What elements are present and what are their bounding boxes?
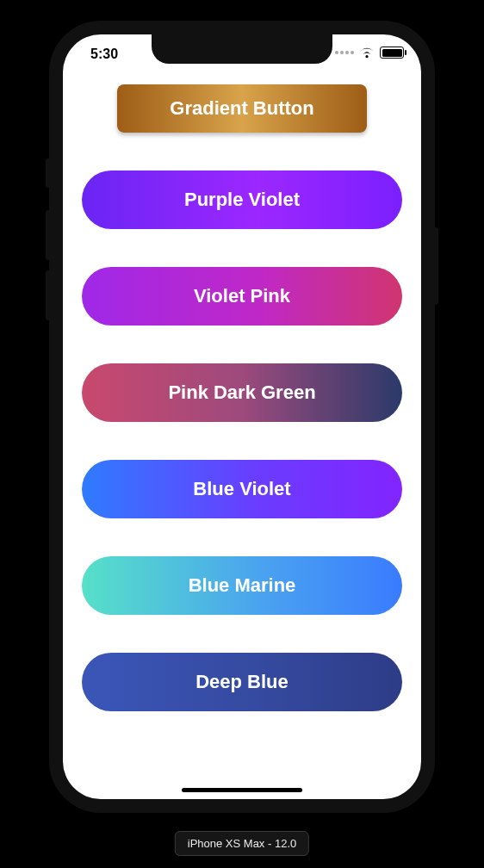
gradient-header-button-label: Gradient Button xyxy=(170,97,313,120)
gradient-button-label: Blue Violet xyxy=(193,478,290,500)
status-time: 5:30 xyxy=(90,46,118,62)
battery-icon xyxy=(380,46,404,59)
stage: 5:30 Gradient Button Pur xyxy=(0,0,484,868)
home-indicator[interactable] xyxy=(182,788,302,792)
gradient-button-5[interactable]: Deep Blue xyxy=(82,653,402,711)
cellular-icon xyxy=(335,51,354,54)
status-right xyxy=(335,46,404,59)
gradient-button-label: Purple Violet xyxy=(184,189,300,211)
app-content: Gradient Button Purple VioletViolet Pink… xyxy=(63,72,421,799)
gradient-button-label: Deep Blue xyxy=(195,671,289,693)
gradient-button-label: Violet Pink xyxy=(194,285,290,307)
device-caption: iPhone XS Max - 12.0 xyxy=(175,831,309,856)
gradient-button-2[interactable]: Pink Dark Green xyxy=(82,363,402,422)
gradient-button-3[interactable]: Blue Violet xyxy=(82,460,402,518)
wifi-icon xyxy=(359,47,375,59)
phone-frame: 5:30 Gradient Button Pur xyxy=(49,21,435,813)
gradient-button-0[interactable]: Purple Violet xyxy=(82,170,402,229)
status-bar: 5:30 xyxy=(63,34,421,72)
gradient-button-4[interactable]: Blue Marine xyxy=(82,556,402,615)
gradient-button-1[interactable]: Violet Pink xyxy=(82,267,402,326)
gradient-button-label: Blue Marine xyxy=(189,574,296,597)
screen: 5:30 Gradient Button Pur xyxy=(63,34,421,799)
button-list: Purple VioletViolet PinkPink Dark GreenB… xyxy=(82,170,402,711)
gradient-header-button[interactable]: Gradient Button xyxy=(117,84,367,133)
gradient-button-label: Pink Dark Green xyxy=(168,381,315,404)
